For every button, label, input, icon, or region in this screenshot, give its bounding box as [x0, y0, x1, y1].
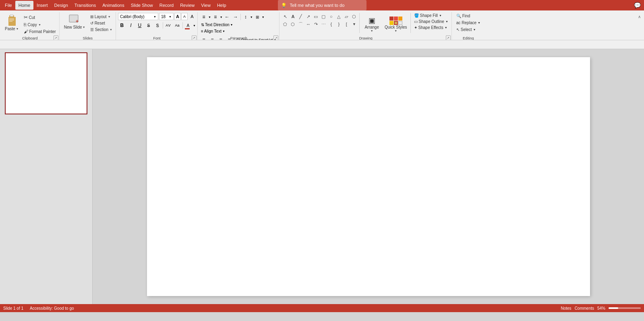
font-size-buttons: A A [174, 13, 188, 20]
shape-select-btn[interactable]: ↖ [282, 13, 289, 20]
shape-rect-btn[interactable]: ▭ [312, 13, 319, 20]
font-expander[interactable]: ↗ [192, 35, 197, 40]
paste-button[interactable]: Paste ▼ [2, 13, 21, 32]
shape-dbl-arrow-btn[interactable]: ↔ [304, 21, 312, 28]
menu-review[interactable]: Review [177, 1, 198, 10]
bullets-button[interactable]: ≡ [200, 13, 208, 21]
columns-button[interactable]: ⊞ [253, 13, 261, 21]
drawing-expander[interactable]: ↗ [446, 35, 451, 40]
menu-file[interactable]: File [2, 1, 15, 10]
shape-circle-btn[interactable]: ○ [327, 13, 335, 20]
decrease-font-size-button[interactable]: A [181, 13, 188, 20]
reset-button[interactable]: ↺ Reset [89, 20, 114, 26]
shape-parallelogram-btn[interactable]: ▱ [343, 13, 350, 20]
shape-curve-btn[interactable]: ⌒ [297, 21, 304, 28]
shape-curve-arrow-btn[interactable]: ↷ [312, 21, 319, 28]
zoom-slider[interactable] [609, 307, 641, 309]
notes-button[interactable]: Notes [561, 306, 572, 311]
strikethrough-button[interactable]: S [145, 21, 153, 29]
menu-animations[interactable]: Animations [99, 1, 127, 10]
font-color-arrow-icon[interactable]: ▼ [193, 24, 196, 27]
shape-brace-l-btn[interactable]: { [327, 21, 335, 28]
italic-button[interactable]: I [127, 21, 135, 29]
align-text-button[interactable]: ≡ Align Text ▼ [200, 29, 226, 34]
slide-thumbnail[interactable] [5, 52, 87, 114]
char-spacing-button[interactable]: AV [164, 21, 172, 29]
shape-outline-button[interactable]: ▭ Shape Outline ▼ [412, 19, 450, 24]
columns-arrow-icon[interactable]: ▼ [262, 16, 265, 19]
zoom-level: 54% [597, 306, 605, 311]
shape-right-tri-btn[interactable]: △ [335, 13, 342, 20]
search-box[interactable]: 💡 Tell me what you want to do [278, 0, 367, 10]
replace-button[interactable]: ac Replace ▼ [455, 20, 482, 26]
shape-hex-btn[interactable]: ⬡ [289, 21, 296, 28]
line-spacing-button[interactable]: ↕ [242, 13, 250, 21]
lightbulb-icon: 💡 [281, 3, 287, 8]
paragraph-controls: ≡ ▼ ≡ ▼ ← → ↕ ▼ ⊞ ▼ ⇅ [200, 13, 277, 40]
font-color-button[interactable]: A [184, 21, 192, 29]
underline-button[interactable]: U [136, 21, 144, 29]
shape-pentagon-btn[interactable]: ⬠ [282, 21, 289, 28]
shape-bracket-btn[interactable]: [ [343, 21, 350, 28]
shape-rounded-rect-btn[interactable]: ▢ [320, 13, 327, 20]
menu-transitions[interactable]: Transitions [71, 1, 99, 10]
new-slide-arrow-icon: ▼ [83, 26, 85, 29]
shape-trapezoid-btn[interactable]: ⬡ [350, 13, 358, 20]
new-slide-button[interactable]: + New Slide ▼ [62, 13, 88, 30]
shape-line-btn[interactable]: ╱ [297, 13, 304, 20]
cut-button[interactable]: ✂ Cut [22, 14, 58, 21]
shape-text-btn[interactable]: A [289, 13, 296, 20]
bold-button[interactable]: B [118, 21, 126, 29]
shape-arrow-btn[interactable]: ↗ [304, 13, 312, 20]
comments-button[interactable]: Comments [575, 306, 594, 311]
clipboard-expander[interactable]: ↗ [54, 35, 58, 40]
text-direction-button[interactable]: ⇅ Text Direction ▼ [200, 22, 234, 27]
shape-fill-button[interactable]: 🪣 Shape Fill ▼ [412, 13, 450, 18]
find-icon: 🔍 [456, 14, 461, 18]
increase-indent-button[interactable]: → [232, 13, 240, 21]
numbering-button[interactable]: ≡ [211, 13, 219, 21]
menu-help[interactable]: Help [214, 1, 230, 10]
select-button[interactable]: ↖ Select ▼ [455, 27, 482, 33]
search-text: Tell me what you want to do [290, 3, 345, 8]
font-case-button[interactable]: Aa [173, 21, 181, 29]
font-name-selector[interactable]: Calibri (Body) ▼ [118, 13, 158, 20]
accessibility-status: Accessibility: Good to go [30, 306, 74, 311]
shapes-row2: ⬠ ⬡ ⌒ ↔ ↷ ⋯ { } [ ▼ [282, 21, 358, 28]
chat-icon[interactable]: 💬 [634, 2, 641, 8]
increase-font-size-button[interactable]: A [174, 13, 181, 20]
menu-view[interactable]: View [198, 1, 214, 10]
paragraph-expander[interactable]: ↗ [273, 35, 278, 40]
line-spacing-arrow-icon[interactable]: ▼ [250, 16, 253, 19]
slide-canvas[interactable] [147, 57, 590, 296]
menu-slideshow[interactable]: Slide Show [128, 1, 156, 10]
menu-record[interactable]: Record [156, 1, 177, 10]
shapes-more-btn[interactable]: ▼ [350, 21, 358, 28]
shape-brace-r-btn[interactable]: } [335, 21, 342, 28]
arrange-icon: ▣ [369, 16, 375, 25]
copy-button[interactable]: ⎘ Copy ▼ [22, 21, 58, 28]
text-shadow-button[interactable]: S [153, 21, 162, 29]
menu-insert[interactable]: Insert [33, 1, 51, 10]
arrange-button[interactable]: ▣ Arrange ▼ [361, 13, 382, 35]
section-button[interactable]: ☰ Section ▼ [89, 27, 114, 33]
quick-styles-label: Quick Styles [385, 25, 407, 29]
bullets-arrow-icon[interactable]: ▼ [208, 16, 211, 19]
find-button[interactable]: 🔍 Find [455, 13, 482, 19]
status-right: Notes Comments 54% [561, 306, 641, 311]
font-size-selector[interactable]: 18 ▼ [159, 13, 174, 20]
numbering-arrow-icon[interactable]: ▼ [220, 16, 223, 19]
decrease-indent-button[interactable]: ← [223, 13, 231, 21]
clear-formatting-button[interactable]: A [188, 13, 196, 20]
replace-arrow-icon: ▼ [478, 21, 480, 24]
shape-effects-button[interactable]: ✦ Shape Effects ▼ [412, 25, 450, 30]
layout-button[interactable]: ⊞ Layout ▼ [89, 14, 114, 20]
copy-icon: ⎘ [24, 22, 27, 27]
quick-styles-button[interactable]: Quick Styles ▼ [383, 13, 409, 35]
collapse-ribbon-button[interactable]: ∧ [635, 13, 643, 20]
paragraph-group: ≡ ▼ ≡ ▼ ← → ↕ ▼ ⊞ ▼ ⇅ [198, 12, 280, 40]
menu-home[interactable]: Home [15, 1, 33, 10]
shape-connector-btn[interactable]: ⋯ [320, 21, 327, 28]
format-painter-button[interactable]: 🖌 Format Painter [22, 28, 58, 35]
menu-design[interactable]: Design [51, 1, 71, 10]
